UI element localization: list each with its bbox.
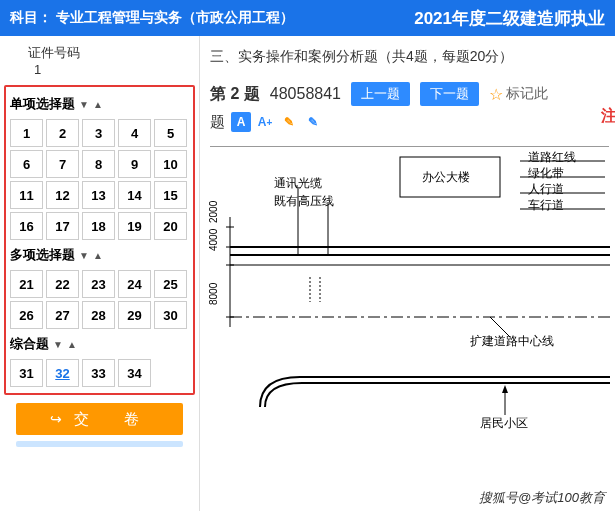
ti-label: 题 bbox=[210, 113, 225, 132]
section-comp-title[interactable]: 综合题 ▼ ▲ bbox=[8, 331, 191, 357]
svg-marker-20 bbox=[502, 385, 508, 393]
question-cell-21[interactable]: 21 bbox=[10, 270, 43, 298]
subject-label: 科目： 专业工程管理与实务（市政公用工程） bbox=[10, 9, 294, 27]
question-cell-18[interactable]: 18 bbox=[82, 212, 115, 240]
multi-grid: 21222324252627282930 bbox=[8, 268, 191, 331]
star-icon: ☆ bbox=[489, 85, 503, 104]
question-cell-6[interactable]: 6 bbox=[10, 150, 43, 178]
triangle-up-icon: ▲ bbox=[67, 339, 77, 350]
triangle-up-icon: ▲ bbox=[93, 99, 103, 110]
question-tool-row: 题 A A+ ✎ ✎ bbox=[210, 108, 609, 140]
question-cell-28[interactable]: 28 bbox=[82, 301, 115, 329]
question-cell-10[interactable]: 10 bbox=[154, 150, 187, 178]
single-grid: 1234567891011121314151617181920 bbox=[8, 117, 191, 242]
exit-icon: ↪ bbox=[50, 411, 62, 427]
label-hv-line: 既有高压线 bbox=[274, 193, 334, 210]
question-cell-12[interactable]: 12 bbox=[46, 181, 79, 209]
question-cell-31[interactable]: 31 bbox=[10, 359, 43, 387]
question-cell-5[interactable]: 5 bbox=[154, 119, 187, 147]
question-cell-29[interactable]: 29 bbox=[118, 301, 151, 329]
dim-4000: 4000 bbox=[208, 229, 219, 251]
right-panel: 三、实务操作和案例分析题（共4题，每题20分） 第 2 题 48058841 上… bbox=[200, 36, 615, 511]
pen-blue-icon[interactable]: ✎ bbox=[303, 112, 323, 132]
question-cell-13[interactable]: 13 bbox=[82, 181, 115, 209]
cert-value: 1 bbox=[28, 62, 189, 77]
left-panel: 证件号码 1 单项选择题 ▼ ▲ 12345678910111213141516… bbox=[0, 36, 200, 511]
subject-name: 专业工程管理与实务（市政公用工程） bbox=[56, 9, 294, 25]
label-sidewalk: 人行道 bbox=[528, 181, 564, 198]
question-cell-34[interactable]: 34 bbox=[118, 359, 151, 387]
question-cell-17[interactable]: 17 bbox=[46, 212, 79, 240]
dim-2000: 2000 bbox=[208, 201, 219, 223]
question-cell-16[interactable]: 16 bbox=[10, 212, 43, 240]
cert-label: 证件号码 bbox=[28, 44, 189, 62]
next-button[interactable]: 下一题 bbox=[420, 82, 479, 106]
notice-label: 注 bbox=[601, 106, 615, 127]
label-office: 办公大楼 bbox=[422, 169, 470, 186]
submit-label: 交 卷 bbox=[74, 410, 149, 429]
question-id: 48058841 bbox=[270, 85, 341, 103]
section-single-title[interactable]: 单项选择题 ▼ ▲ bbox=[8, 91, 191, 117]
pen-orange-icon[interactable]: ✎ bbox=[279, 112, 299, 132]
font-small-button[interactable]: A bbox=[231, 112, 251, 132]
question-cell-8[interactable]: 8 bbox=[82, 150, 115, 178]
subject-prefix: 科目： bbox=[10, 9, 52, 25]
triangle-up-icon: ▲ bbox=[93, 250, 103, 261]
section-header: 三、实务操作和案例分析题（共4题，每题20分） bbox=[210, 44, 609, 76]
prev-button[interactable]: 上一题 bbox=[351, 82, 410, 106]
question-cell-1[interactable]: 1 bbox=[10, 119, 43, 147]
triangle-down-icon: ▼ bbox=[79, 250, 89, 261]
label-road-redline: 道路红线 bbox=[528, 149, 576, 166]
question-cell-11[interactable]: 11 bbox=[10, 181, 43, 209]
question-cell-20[interactable]: 20 bbox=[154, 212, 187, 240]
question-cell-24[interactable]: 24 bbox=[118, 270, 151, 298]
question-cell-32[interactable]: 32 bbox=[46, 359, 79, 387]
diagram-area: 通讯光缆 既有高压线 办公大楼 道路红线 绿化带 人行道 车行道 2000 40… bbox=[210, 146, 609, 456]
bookmark-toggle[interactable]: ☆ 标记此 bbox=[489, 85, 548, 104]
comp-grid: 31323334 bbox=[8, 357, 191, 389]
triangle-down-icon: ▼ bbox=[53, 339, 63, 350]
question-cell-22[interactable]: 22 bbox=[46, 270, 79, 298]
dim-8000: 8000 bbox=[208, 283, 219, 305]
submit-button[interactable]: ↪ 交 卷 bbox=[16, 403, 183, 435]
question-cell-25[interactable]: 25 bbox=[154, 270, 187, 298]
label-centerline: 扩建道路中心线 bbox=[470, 333, 554, 350]
label-comm-cable: 通讯光缆 bbox=[274, 175, 322, 192]
question-cell-15[interactable]: 15 bbox=[154, 181, 187, 209]
question-number: 第 2 题 bbox=[210, 84, 260, 105]
question-cell-2[interactable]: 2 bbox=[46, 119, 79, 147]
question-cell-30[interactable]: 30 bbox=[154, 301, 187, 329]
label-green-belt: 绿化带 bbox=[528, 165, 564, 182]
question-cell-7[interactable]: 7 bbox=[46, 150, 79, 178]
section-single-label: 单项选择题 bbox=[10, 95, 75, 113]
question-nav-highlight: 单项选择题 ▼ ▲ 123456789101112131415161718192… bbox=[4, 85, 195, 395]
question-row: 第 2 题 48058841 上一题 下一题 ☆ 标记此 bbox=[210, 76, 609, 108]
question-cell-33[interactable]: 33 bbox=[82, 359, 115, 387]
font-big-button[interactable]: A+ bbox=[255, 112, 275, 132]
triangle-down-icon: ▼ bbox=[79, 99, 89, 110]
question-cell-14[interactable]: 14 bbox=[118, 181, 151, 209]
question-cell-9[interactable]: 9 bbox=[118, 150, 151, 178]
section-multi-title[interactable]: 多项选择题 ▼ ▲ bbox=[8, 242, 191, 268]
question-cell-27[interactable]: 27 bbox=[46, 301, 79, 329]
bottom-strip bbox=[16, 441, 183, 447]
question-cell-19[interactable]: 19 bbox=[118, 212, 151, 240]
question-cell-3[interactable]: 3 bbox=[82, 119, 115, 147]
section-multi-label: 多项选择题 bbox=[10, 246, 75, 264]
label-driveway: 车行道 bbox=[528, 197, 564, 214]
section-comp-label: 综合题 bbox=[10, 335, 49, 353]
label-residential: 居民小区 bbox=[480, 415, 528, 432]
question-cell-23[interactable]: 23 bbox=[82, 270, 115, 298]
font-controls: A A+ ✎ ✎ bbox=[231, 112, 323, 132]
question-cell-4[interactable]: 4 bbox=[118, 119, 151, 147]
header-bar: 科目： 专业工程管理与实务（市政公用工程） 2021年度二级建造师执业 bbox=[0, 0, 615, 36]
watermark: 搜狐号@考试100教育 bbox=[473, 487, 611, 509]
bookmark-label: 标记此 bbox=[506, 85, 548, 103]
exam-title: 2021年度二级建造师执业 bbox=[384, 7, 605, 30]
question-cell-26[interactable]: 26 bbox=[10, 301, 43, 329]
cert-block: 证件号码 1 bbox=[4, 42, 195, 83]
